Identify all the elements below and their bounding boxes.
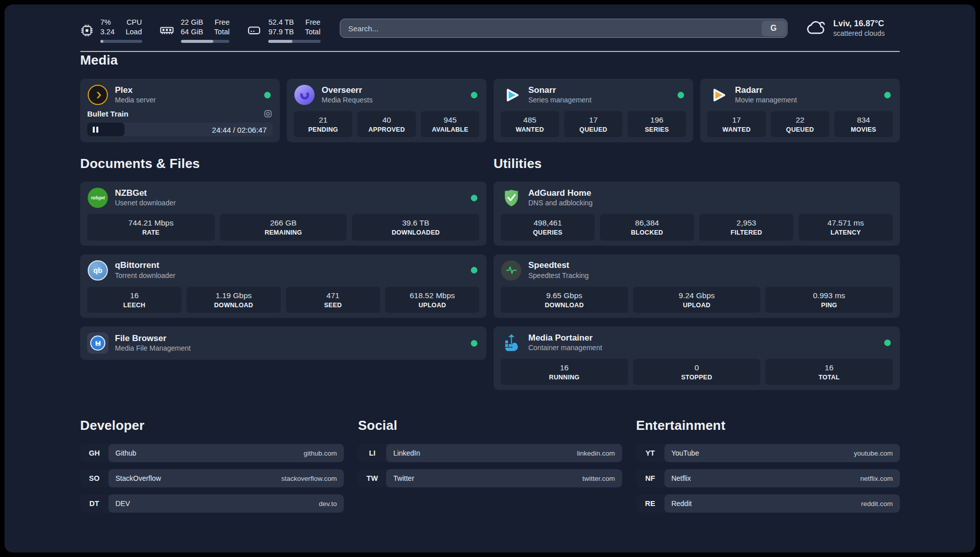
- app-card-plex[interactable]: PlexMedia serverBullet Train24:44 / 02:0…: [80, 79, 280, 142]
- stat-rate: 744.21 MbpsRATE: [87, 214, 215, 240]
- stat-label: SEED: [288, 301, 378, 309]
- stat-seed: 471SEED: [286, 287, 380, 313]
- link-name: Reddit: [671, 499, 692, 508]
- status-dot: [678, 92, 684, 98]
- app-card-sonarr[interactable]: SonarrSeries management485WANTED17QUEUED…: [494, 79, 693, 142]
- stat-label: DOWNLOADED: [354, 229, 477, 237]
- link-url: github.com: [303, 450, 337, 457]
- system-stat-values: 52.4 TB97.9 TB: [268, 18, 294, 37]
- link-abbr: YT: [636, 444, 664, 462]
- stat-value: 40: [359, 115, 414, 125]
- link-netflix[interactable]: NFNetflixnetflix.com: [636, 469, 900, 487]
- system-stat-values: 7%3.24: [100, 18, 114, 37]
- stat-value: 498,461: [503, 218, 593, 228]
- stat-label: QUERIES: [503, 229, 593, 237]
- stat-upload: 9.24 GbpsUPLOAD: [633, 287, 761, 313]
- stat-pending: 21PENDING: [294, 111, 352, 137]
- app-card-radarr[interactable]: RadarrMovie management17WANTED22QUEUED83…: [700, 79, 900, 142]
- link-name: YouTube: [671, 449, 699, 457]
- link-youtube[interactable]: YTYouTubeyoutube.com: [636, 444, 900, 462]
- app-description: Torrent downloader: [115, 271, 175, 281]
- link-dev[interactable]: DTDEVdev.to: [80, 494, 344, 513]
- app-card-overseerr[interactable]: OverseerrMedia Requests21PENDING40APPROV…: [287, 79, 486, 142]
- app-card-speedtest[interactable]: SpeedtestSpeedtest Tracking9.65 GbpsDOWN…: [494, 254, 900, 318]
- link-stackoverflow[interactable]: SOStackOverflowstackoverflow.com: [80, 469, 344, 487]
- link-twitter[interactable]: TWTwittertwitter.com: [358, 469, 622, 487]
- app-card-qbittorrent[interactable]: qbqBittorrentTorrent downloader16LEECH1.…: [80, 254, 486, 318]
- disk-icon: [247, 23, 262, 38]
- stat-value: 86,384: [602, 218, 692, 228]
- now-playing-header: Bullet Train: [87, 107, 273, 120]
- stat-download: 1.19 GbpsDOWNLOAD: [187, 287, 281, 313]
- stat-value: 0: [635, 363, 759, 373]
- status-dot: [471, 340, 477, 347]
- stat-label: REMAINING: [222, 229, 345, 237]
- stat-downloaded: 39.6 TBDOWNLOADED: [352, 214, 479, 240]
- status-dot: [884, 340, 891, 346]
- stat-wanted: 17WANTED: [707, 111, 766, 137]
- link-abbr: DT: [80, 494, 108, 513]
- app-description: Movie management: [735, 96, 797, 105]
- stat-value: 17: [566, 115, 621, 125]
- stat-movies: 834MOVIES: [834, 111, 893, 137]
- status-dot: [471, 267, 477, 273]
- stat-total: 16TOTAL: [765, 359, 893, 385]
- stat-label: UPLOAD: [387, 301, 477, 309]
- app-card-file-browser[interactable]: File BrowserMedia File Management: [80, 326, 486, 360]
- stat-queued: 22QUEUED: [771, 111, 829, 137]
- app-description: Series management: [528, 96, 591, 105]
- settings-icon[interactable]: [263, 109, 273, 119]
- stat-label: RATE: [89, 229, 213, 237]
- link-abbr: NF: [636, 469, 664, 487]
- search-provider-button[interactable]: G: [762, 21, 786, 36]
- app-description: Usenet downloader: [115, 199, 176, 208]
- app-card-media-portainer[interactable]: Media PortainerContainer management16RUN…: [494, 326, 900, 390]
- stat-remaining: 266 GBREMAINING: [220, 214, 347, 240]
- stat-label: DOWNLOAD: [189, 301, 279, 309]
- link-url: reddit.com: [861, 500, 893, 508]
- stat-label: PENDING: [296, 126, 350, 134]
- now-playing-time: 24:44 / 02:06:47: [212, 125, 267, 134]
- search-input[interactable]: [340, 19, 760, 37]
- link-url: dev.to: [319, 500, 337, 508]
- link-url: netflix.com: [860, 475, 893, 482]
- stat-label: TOTAL: [767, 373, 891, 381]
- stat-label: AVAILABLE: [423, 126, 477, 134]
- section-title-documents: Documents & Files: [80, 155, 486, 173]
- now-playing-progressbar: 24:44 / 02:06:47: [87, 123, 273, 136]
- link-name: StackOverflow: [115, 474, 161, 482]
- link-github[interactable]: GHGithubgithub.com: [80, 444, 344, 462]
- link-reddit[interactable]: RERedditreddit.com: [636, 494, 900, 513]
- link-name: DEV: [115, 499, 130, 508]
- link-abbr: RE: [636, 494, 664, 513]
- link-section-developer: DeveloperGHGithubgithub.comSOStackOverfl…: [80, 417, 344, 513]
- link-name: LinkedIn: [393, 449, 420, 457]
- app-card-adguard-home[interactable]: AdGuard HomeDNS and adblocking498,461QUE…: [494, 182, 900, 245]
- stat-label: QUEUED: [773, 126, 827, 134]
- adguard-icon: [501, 187, 522, 208]
- stat-label: APPROVED: [359, 126, 414, 134]
- stat-label: UPLOAD: [635, 301, 759, 309]
- link-abbr: TW: [358, 469, 386, 487]
- now-playing-title: Bullet Train: [87, 109, 129, 118]
- status-dot: [471, 92, 477, 98]
- stat-value: 196: [630, 115, 684, 125]
- link-abbr: GH: [80, 444, 108, 462]
- app-description: DNS and adblocking: [528, 199, 593, 208]
- link-abbr: LI: [358, 444, 386, 462]
- stat-value: 2,953: [701, 218, 791, 228]
- app-card-nzbget[interactable]: nzbgetNZBGetUsenet downloader744.21 Mbps…: [80, 182, 486, 245]
- link-linkedin[interactable]: LILinkedInlinkedin.com: [358, 444, 622, 462]
- stat-queries: 498,461QUERIES: [501, 214, 595, 240]
- stat-label: RUNNING: [503, 373, 626, 381]
- stat-value: 21: [296, 115, 350, 125]
- app-description: Media server: [115, 96, 156, 105]
- stat-value: 22: [773, 115, 827, 125]
- section-title-developer: Developer: [80, 417, 344, 434]
- section-title-utilities: Utilities: [494, 155, 900, 173]
- link-name: Netflix: [671, 474, 691, 482]
- app-description: Media File Management: [115, 344, 191, 353]
- stat-value: 16: [503, 363, 626, 373]
- status-dot: [884, 92, 891, 98]
- stat-label: WANTED: [503, 126, 557, 134]
